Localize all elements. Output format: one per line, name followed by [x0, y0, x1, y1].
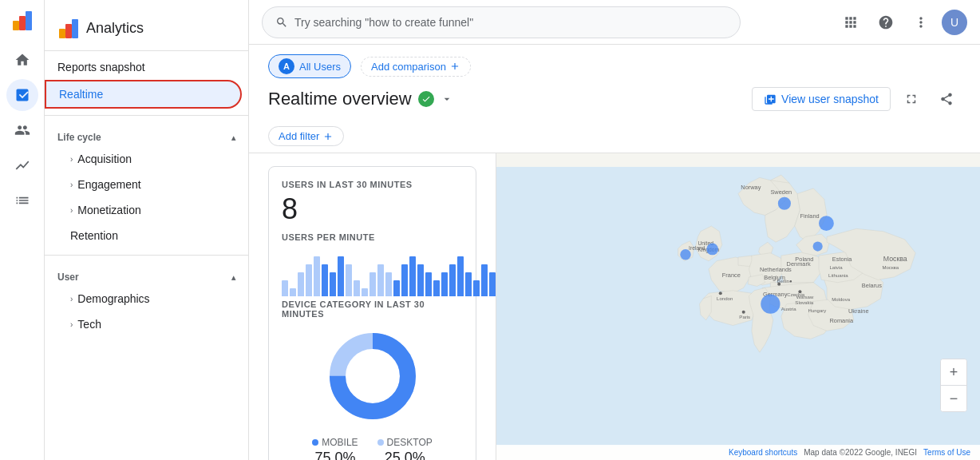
- behavior-icon-button[interactable]: [6, 149, 38, 181]
- belarus-label: Belarus: [862, 282, 882, 289]
- mobile-legend-value: 75.0%: [314, 450, 355, 460]
- audience-icon-button[interactable]: [6, 114, 38, 146]
- view-snapshot-button[interactable]: View user snapshot: [752, 87, 891, 111]
- demographics-arrow: ›: [70, 295, 73, 303]
- donut-legend: MOBILE 75.0% DESKTOP 25.0%: [282, 437, 463, 460]
- london-label: London: [717, 296, 733, 301]
- section-lifecycle[interactable]: Life cycle ▴: [45, 122, 248, 146]
- donut-chart: [325, 328, 421, 424]
- share-icon-button[interactable]: [932, 85, 961, 113]
- engagement-arrow: ›: [70, 180, 73, 189]
- lithuania-label: Lithuania: [828, 273, 848, 278]
- grid-icon-button[interactable]: [836, 8, 865, 37]
- tech-label: Tech: [77, 318, 101, 331]
- retention-label: Retention: [70, 229, 118, 242]
- bar-12: [377, 264, 384, 296]
- sidebar-item-acquisition[interactable]: › Acquisition: [45, 146, 248, 172]
- sidebar-item-monetization[interactable]: › Monetization: [45, 197, 248, 223]
- sidebar: Analytics Reports snapshot Realtime Life…: [45, 0, 249, 460]
- search-icon: [275, 16, 288, 29]
- bar-19: [433, 280, 440, 296]
- mobile-legend: MOBILE 75.0%: [312, 437, 358, 460]
- bar-22: [457, 256, 464, 296]
- snapshot-icon: [764, 93, 776, 105]
- latvia-label: Latvia: [829, 265, 843, 270]
- bar-20: [441, 272, 448, 296]
- reports-icon-button[interactable]: [6, 184, 38, 216]
- estonia-label: Estonia: [832, 256, 853, 263]
- bar-6: [330, 272, 336, 296]
- section-user[interactable]: User ▴: [45, 262, 248, 286]
- bar-13: [385, 272, 392, 296]
- all-users-letter: A: [279, 58, 294, 74]
- svg-rect-5: [72, 19, 78, 38]
- bar-25: [481, 264, 488, 296]
- all-users-badge[interactable]: A All Users: [268, 54, 351, 78]
- svg-rect-3: [59, 29, 65, 38]
- search-bar[interactable]: Try searching "how to create funnel": [262, 6, 741, 38]
- desktop-legend-value: 25.0%: [385, 450, 425, 460]
- sidebar-item-tech[interactable]: › Tech: [45, 311, 248, 337]
- title-dropdown-icon[interactable]: [441, 93, 453, 105]
- filter-row: Add filter: [268, 120, 961, 153]
- sidebar-topbar: Analytics: [45, 6, 248, 51]
- status-check-badge: [418, 91, 434, 107]
- sidebar-divider-2: [45, 255, 248, 256]
- left-metrics-card: USERS IN LAST 30 MINUTES 8 USERS PER MIN…: [249, 153, 496, 460]
- svg-rect-0: [13, 21, 19, 30]
- page-title-left: Realtime overview: [268, 89, 453, 109]
- keyboard-shortcuts-link[interactable]: Keyboard shortcuts: [729, 448, 797, 457]
- bar-2: [298, 272, 304, 296]
- logo-button[interactable]: [11, 10, 34, 34]
- user-section-label: User: [57, 272, 79, 283]
- bar-0: [282, 280, 288, 296]
- sidebar-logo[interactable]: [57, 18, 80, 40]
- lifecycle-label: Life cycle: [57, 132, 101, 143]
- page-title-right: View user snapshot: [752, 85, 961, 113]
- map-dot-sweden: [778, 197, 791, 210]
- sidebar-item-demographics[interactable]: › Demographics: [45, 286, 248, 311]
- users-per-minute-chart: [282, 248, 463, 296]
- all-users-label: All Users: [299, 61, 341, 73]
- bar-10: [362, 288, 368, 296]
- zoom-in-button[interactable]: +: [941, 359, 966, 385]
- sidebar-header: Reports snapshot: [45, 51, 248, 80]
- sidebar-item-realtime[interactable]: Realtime: [45, 80, 242, 109]
- bar-26: [489, 272, 496, 296]
- bar-18: [425, 272, 432, 296]
- realtime-icon-button[interactable]: [6, 79, 38, 111]
- add-comparison-button[interactable]: Add comparison: [361, 57, 471, 77]
- sidebar-item-retention[interactable]: Retention: [45, 223, 248, 248]
- lifecycle-chevron: ▴: [231, 133, 235, 142]
- view-snapshot-label: View user snapshot: [781, 93, 879, 105]
- terms-link[interactable]: Terms of Use: [923, 448, 970, 457]
- user-filter-row: A All Users Add comparison: [268, 54, 961, 85]
- mobile-dot: [312, 439, 318, 446]
- bar-8: [346, 264, 352, 296]
- zoom-out-button[interactable]: −: [941, 386, 966, 411]
- france-label: France: [722, 272, 741, 279]
- users-section: USERS IN LAST 30 MINUTES 8 USERS PER MIN…: [268, 166, 476, 460]
- home-icon-button[interactable]: [6, 44, 38, 76]
- slovakia-label: Slovakia: [795, 300, 813, 305]
- bar-7: [338, 256, 344, 296]
- sidebar-item-engagement[interactable]: › Engagement: [45, 172, 248, 197]
- map-dot-estonia: [813, 242, 823, 252]
- users-value: 8: [282, 192, 463, 226]
- mobile-dot-row: MOBILE: [312, 437, 358, 448]
- realtime-label: Realtime: [59, 88, 103, 101]
- europe-map-svg: Sweden Norway Finland Estonia Latvia Lit…: [496, 153, 980, 460]
- berlin-label: Berlin●: [776, 279, 792, 284]
- user-avatar[interactable]: U: [942, 10, 967, 35]
- help-icon-button[interactable]: [871, 8, 900, 37]
- sidebar-divider-1: [45, 115, 248, 116]
- add-filter-button[interactable]: Add filter: [268, 126, 344, 146]
- expand-icon-button[interactable]: [897, 85, 926, 113]
- more-icon-button[interactable]: [907, 8, 935, 37]
- map-dot-finland: [819, 216, 834, 231]
- bar-23: [465, 272, 472, 296]
- main-panel: Try searching "how to create funnel" U A: [249, 0, 980, 460]
- map-data-label: Map data ©2022 Google, INEGI: [804, 448, 917, 457]
- desktop-legend-label: DESKTOP: [387, 437, 433, 448]
- icon-bar: [0, 0, 45, 460]
